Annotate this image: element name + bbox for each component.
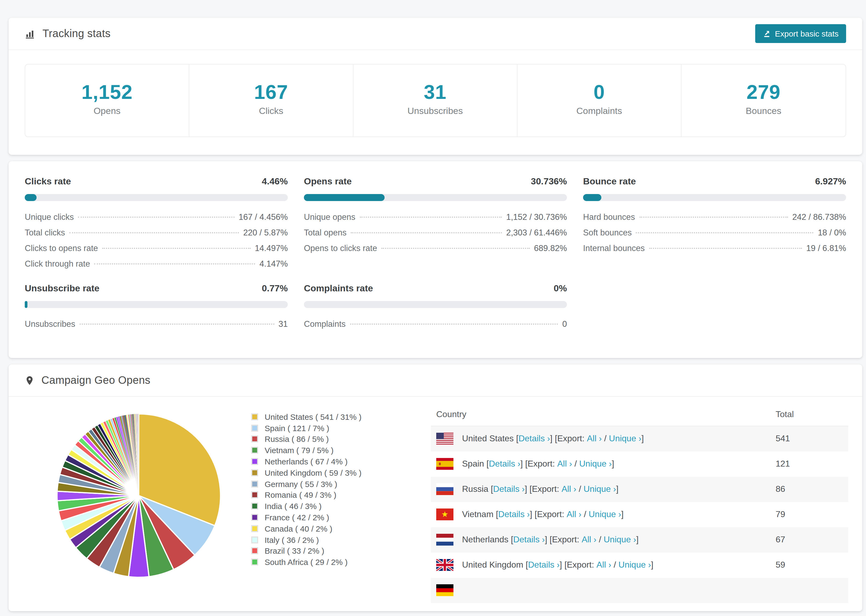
- export-all-link[interactable]: All ›: [557, 459, 572, 469]
- legend-label: Spain ( 121 / 7% ): [265, 423, 329, 432]
- flag-ru-icon: [436, 483, 453, 495]
- rates-card: Clicks rate4.46%Unique clicks167 / 4.456…: [9, 161, 862, 358]
- flag-nl-icon: [436, 534, 453, 545]
- rate-block-complaints-rate: Complaints rate0%Complaints0: [304, 283, 567, 335]
- dotted-leader: [381, 248, 529, 249]
- rate-progress-fill: [25, 194, 36, 201]
- legend-item-brazil: Brazil ( 33 / 2% ): [251, 545, 413, 556]
- legend-swatch: [251, 525, 258, 532]
- legend-swatch: [251, 559, 258, 566]
- legend-swatch: [251, 514, 258, 521]
- export-label: ] [Export:: [545, 535, 582, 545]
- stat-value: 31: [353, 82, 517, 103]
- rate-row-value: 4.147%: [260, 259, 288, 269]
- legend-swatch: [251, 413, 258, 420]
- dotted-leader: [69, 232, 239, 233]
- details-link[interactable]: Details ›: [498, 509, 530, 519]
- stat-value: 0: [518, 82, 681, 103]
- rate-row-value: 14.497%: [255, 244, 288, 253]
- tracking-stats-card: Tracking stats Export basic stats 1,152O…: [9, 18, 862, 155]
- legend-item-germany: Germany ( 55 / 3% ): [251, 478, 413, 490]
- legend-label: Romania ( 49 / 3% ): [265, 490, 337, 500]
- export-unique-link[interactable]: Unique ›: [589, 509, 621, 519]
- stat-opens: 1,152Opens: [25, 64, 189, 137]
- details-link[interactable]: Details ›: [493, 484, 525, 494]
- legend-label: United Kingdom ( 59 / 3% ): [265, 468, 361, 477]
- rate-row-label: Complaints: [304, 319, 346, 329]
- details-link[interactable]: Details ›: [489, 459, 520, 469]
- rate-row-value: 18 / 0%: [818, 228, 846, 237]
- rate-row-total-opens: Total opens2,303 / 61.446%: [304, 228, 567, 244]
- table-row-netherlands: Netherlands [Details ›] [Export: All › /…: [431, 527, 848, 552]
- rate-block-clicks-rate: Clicks rate4.46%Unique clicks167 / 4.456…: [25, 176, 288, 275]
- close-bracket: ]: [616, 484, 619, 494]
- legend-label: India ( 46 / 3% ): [265, 502, 322, 511]
- legend-swatch: [251, 547, 258, 555]
- rate-row-label: Unique opens: [304, 212, 355, 222]
- dotted-leader: [102, 248, 250, 249]
- rate-row-internal-bounces: Internal bounces19 / 6.81%: [583, 244, 846, 259]
- rate-row-label: Hard bounces: [583, 212, 635, 222]
- rate-row-unique-opens: Unique opens1,152 / 30.736%: [304, 212, 567, 228]
- export-all-link[interactable]: All ›: [597, 560, 611, 570]
- export-all-link[interactable]: All ›: [562, 484, 576, 494]
- slash-separator: /: [572, 459, 579, 469]
- rate-title: Opens rate: [304, 176, 352, 187]
- table-row-united-states: United States [Details ›] [Export: All ›…: [431, 426, 848, 451]
- rate-row-complaints: Complaints0: [304, 319, 567, 335]
- rate-row-unsubscribes: Unsubscribes31: [25, 319, 288, 335]
- export-unique-link[interactable]: Unique ›: [603, 535, 636, 545]
- geo-opens-title: Campaign Geo Opens: [41, 374, 150, 387]
- legend-label: Germany ( 55 / 3% ): [265, 479, 337, 488]
- column-header-total: Total: [770, 403, 848, 426]
- country-name: Vietnam [: [462, 509, 498, 519]
- country-name: Spain [: [462, 459, 489, 469]
- table-row-united-kingdom: United Kingdom [Details ›] [Export: All …: [431, 552, 848, 578]
- rate-row-label: Total opens: [304, 228, 347, 237]
- stat-value: 1,152: [25, 82, 189, 103]
- export-basic-stats-button[interactable]: Export basic stats: [755, 24, 846, 43]
- export-unique-link[interactable]: Unique ›: [609, 434, 641, 444]
- export-unique-link[interactable]: Unique ›: [619, 560, 651, 570]
- legend-item-italy: Italy ( 36 / 2% ): [251, 534, 413, 545]
- export-label: ] [Export:: [520, 459, 557, 469]
- geo-pie-chart: [53, 410, 225, 584]
- dotted-leader: [639, 217, 788, 218]
- rate-row-value: 0: [562, 319, 567, 329]
- rate-row-click-through-rate: Click through rate4.147%: [25, 259, 288, 275]
- legend-item-spain: Spain ( 121 / 7% ): [251, 423, 413, 434]
- export-unique-link[interactable]: Unique ›: [584, 484, 616, 494]
- details-link[interactable]: Details ›: [518, 434, 550, 444]
- rate-row-clicks-to-opens-rate: Clicks to opens rate14.497%: [25, 244, 288, 259]
- rates-grid: Clicks rate4.46%Unique clicks167 / 4.456…: [25, 176, 846, 335]
- column-header-country: Country: [431, 403, 770, 426]
- stat-value: 167: [189, 82, 353, 103]
- flag-es-icon: [436, 458, 453, 470]
- country-name: Netherlands [: [462, 535, 513, 545]
- export-all-link[interactable]: All ›: [587, 434, 601, 444]
- rate-row-value: 31: [279, 319, 288, 329]
- rate-row-value: 242 / 86.738%: [792, 212, 846, 222]
- rate-row-label: Unsubscribes: [25, 319, 75, 329]
- legend-label: Canada ( 40 / 2% ): [265, 524, 332, 533]
- export-unique-link[interactable]: Unique ›: [579, 459, 612, 469]
- country-name: United Kingdom [: [462, 560, 528, 570]
- export-all-link[interactable]: All ›: [582, 535, 597, 545]
- details-link[interactable]: Details ›: [528, 560, 559, 570]
- legend-swatch: [251, 458, 258, 465]
- export-label: ] [Export:: [525, 484, 562, 494]
- stat-clicks: 167Clicks: [189, 64, 353, 137]
- geo-opens-card: Campaign Geo Opens United States ( 541 /…: [9, 365, 862, 611]
- export-label: ] [Export:: [560, 560, 597, 570]
- rate-row-label: Opens to clicks rate: [304, 244, 377, 253]
- rate-title: Complaints rate: [304, 283, 373, 294]
- rate-row-value: 19 / 6.81%: [806, 244, 846, 253]
- stat-label: Clicks: [189, 106, 353, 117]
- legend-item-vietnam: Vietnam ( 79 / 5% ): [251, 445, 413, 456]
- legend-item-canada: Canada ( 40 / 2% ): [251, 523, 413, 534]
- rate-row-value: 2,303 / 61.446%: [506, 228, 567, 237]
- details-link[interactable]: Details ›: [513, 535, 545, 545]
- rate-value: 30.736%: [531, 176, 567, 187]
- rate-row-label: Total clicks: [25, 228, 65, 237]
- export-all-link[interactable]: All ›: [567, 509, 581, 519]
